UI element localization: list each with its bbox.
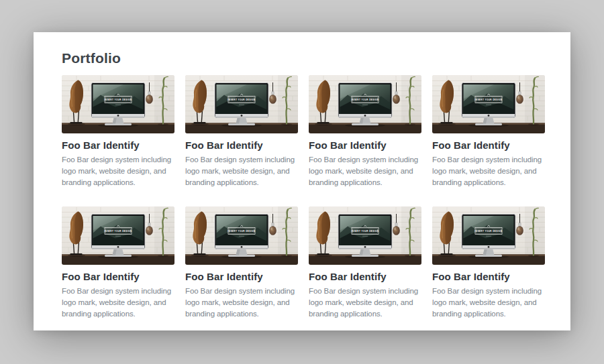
portfolio-item-title: Foo Bar Identify <box>62 271 174 282</box>
screen-label-text: INSERT YOUR DESIGN <box>104 231 132 233</box>
screen-label-text: INSERT YOUR DESIGN <box>474 231 502 233</box>
portfolio-item[interactable]: INSERT YOUR DESIGN <box>62 206 174 319</box>
portfolio-item[interactable]: INSERT YOUR DESIGN <box>309 75 421 188</box>
portfolio-thumbnail[interactable]: INSERT YOUR DESIGN <box>432 206 545 265</box>
portfolio-thumbnail[interactable]: INSERT YOUR DESIGN <box>185 206 298 265</box>
apple-logo <box>364 246 366 248</box>
portfolio-thumbnail[interactable]: INSERT YOUR DESIGN <box>62 75 174 133</box>
portfolio-item[interactable]: INSERT YOUR DESIGN <box>432 75 545 188</box>
portfolio-item-description: Foo Bar design system including logo mar… <box>62 154 174 188</box>
portfolio-thumbnail[interactable]: INSERT YOUR DESIGN <box>309 75 421 133</box>
apple-logo <box>117 115 119 117</box>
imac-mockup-illustration: INSERT YOUR DESIGN <box>309 75 421 133</box>
portfolio-item-description: Foo Bar design system including logo mar… <box>309 154 421 188</box>
portfolio-item-title: Foo Bar Identify <box>432 271 545 282</box>
portfolio-item-description: Foo Bar design system including logo mar… <box>432 154 545 188</box>
apple-logo <box>241 115 243 117</box>
portfolio-item[interactable]: INSERT YOUR DESIGN <box>309 206 421 319</box>
apple-logo <box>241 246 243 248</box>
portfolio-thumbnail[interactable]: INSERT YOUR DESIGN <box>62 206 174 265</box>
portfolio-thumbnail[interactable]: INSERT YOUR DESIGN <box>185 75 298 133</box>
portfolio-item-title: Foo Bar Identify <box>185 139 298 151</box>
screen-label-text: INSERT YOUR DESIGN <box>351 99 379 101</box>
imac-mockup-illustration: INSERT YOUR DESIGN <box>185 75 298 133</box>
portfolio-item-title: Foo Bar Identify <box>432 139 545 151</box>
imac-mockup-illustration: INSERT YOUR DESIGN <box>62 75 174 133</box>
screen-label-text: INSERT YOUR DESIGN <box>104 99 132 101</box>
portfolio-item[interactable]: INSERT YOUR DESIGN <box>185 75 298 188</box>
page-title: Portfolio <box>62 50 545 66</box>
apple-logo <box>117 246 119 248</box>
portfolio-thumbnail[interactable]: INSERT YOUR DESIGN <box>309 206 421 265</box>
portfolio-item-title: Foo Bar Identify <box>309 271 421 282</box>
apple-logo <box>488 115 490 117</box>
portfolio-item-description: Foo Bar design system including logo mar… <box>432 286 545 319</box>
portfolio-item-description: Foo Bar design system including logo mar… <box>62 286 174 319</box>
portfolio-item-description: Foo Bar design system including logo mar… <box>185 154 298 188</box>
portfolio-item-title: Foo Bar Identify <box>185 271 298 282</box>
portfolio-item[interactable]: INSERT YOUR DESIGN <box>185 206 298 319</box>
content-card: Portfolio <box>34 32 570 330</box>
portfolio-item[interactable]: INSERT YOUR DESIGN <box>62 75 174 188</box>
portfolio-grid: INSERT YOUR DESIGN <box>62 75 545 320</box>
screen-label-text: INSERT YOUR DESIGN <box>474 99 502 101</box>
imac-mockup-illustration: INSERT YOUR DESIGN <box>185 206 298 265</box>
portfolio-item[interactable]: INSERT YOUR DESIGN <box>432 206 545 319</box>
apple-logo <box>488 246 490 248</box>
portfolio-item-title: Foo Bar Identify <box>309 139 421 151</box>
portfolio-item-title: Foo Bar Identify <box>62 139 174 151</box>
imac-mockup-illustration: INSERT YOUR DESIGN <box>432 75 545 133</box>
imac-mockup-illustration: INSERT YOUR DESIGN <box>62 206 174 265</box>
portfolio-item-description: Foo Bar design system including logo mar… <box>309 286 421 319</box>
portfolio-item-description: Foo Bar design system including logo mar… <box>185 286 298 319</box>
screen-label-text: INSERT YOUR DESIGN <box>351 231 379 233</box>
screen-label-text: INSERT YOUR DESIGN <box>228 231 255 233</box>
screen-label-text: INSERT YOUR DESIGN <box>228 99 255 101</box>
portfolio-thumbnail[interactable]: INSERT YOUR DESIGN <box>432 75 545 133</box>
imac-mockup-illustration: INSERT YOUR DESIGN <box>309 206 421 265</box>
apple-logo <box>364 115 366 117</box>
imac-mockup-illustration: INSERT YOUR DESIGN <box>432 206 545 265</box>
